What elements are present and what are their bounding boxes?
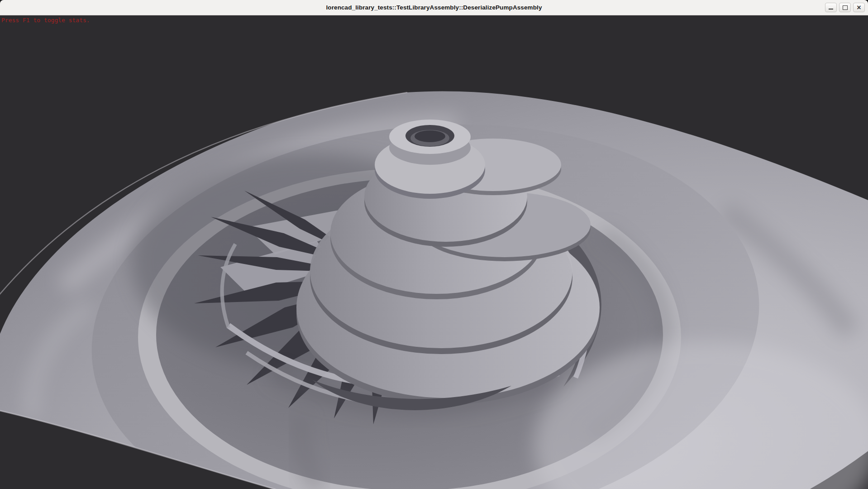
window-controls: × [825, 3, 868, 12]
close-button[interactable]: × [853, 3, 865, 12]
title-bar[interactable]: lorencad_library_tests::TestLibraryAssem… [0, 0, 868, 15]
viewport-3d[interactable]: Press F1 to toggle stats. [0, 15, 868, 489]
impeller-hub [389, 120, 471, 165]
window-title: lorencad_library_tests::TestLibraryAssem… [0, 4, 868, 11]
pump-assembly-render [0, 15, 868, 489]
hub-bore [405, 125, 454, 147]
app-window: lorencad_library_tests::TestLibraryAssem… [0, 0, 868, 489]
maximize-icon [843, 5, 848, 10]
minimize-button[interactable] [825, 3, 837, 12]
maximize-button[interactable] [839, 3, 851, 12]
close-icon: × [857, 4, 861, 11]
minimize-icon [829, 9, 833, 10]
stats-hint: Press F1 to toggle stats. [1, 17, 90, 24]
